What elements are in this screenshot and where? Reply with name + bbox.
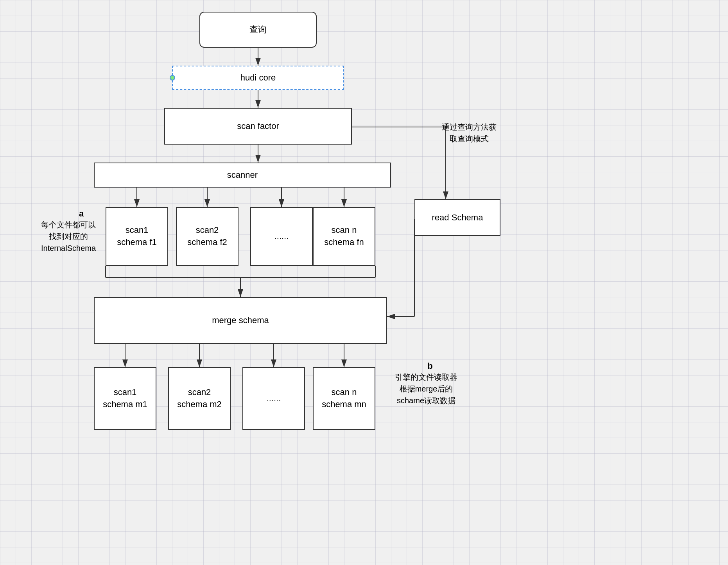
scan2-f-box: scan2 schema f2 (176, 207, 238, 266)
b-desc-text: 引擎的文件读取器 根据merge后的 schame读取数据 (395, 373, 457, 405)
scann-m-label: scan n schema mn (322, 386, 366, 411)
read-schema-label: read Schema (432, 212, 483, 224)
scanner-box: scanner (94, 163, 391, 188)
label-right-desc: 通过查询方法获 取查询模式 (430, 121, 508, 145)
read-schema-box: read Schema (414, 199, 500, 236)
scan2-f-label: scan2 schema f2 (187, 224, 227, 249)
scan1-m-box: scan1 schema m1 (94, 367, 156, 430)
scan-factor-label: scan factor (237, 120, 279, 132)
green-dot-indicator (170, 75, 175, 80)
merge-schema-box: merge schema (94, 297, 387, 344)
dots-m-label: ...... (267, 393, 281, 405)
dots-f-label: ...... (274, 231, 289, 243)
scan-factor-box: scan factor (164, 108, 352, 145)
a-desc-text: 每个文件都可以 找到对应的 InternalSchema (41, 220, 96, 252)
hudi-core-box[interactable]: hudi core (172, 66, 344, 90)
label-a-desc: 每个文件都可以 找到对应的 InternalSchema (31, 219, 106, 254)
b-bold-label: b (427, 361, 432, 371)
scan2-m-box: scan2 schema m2 (168, 367, 231, 430)
merge-schema-label: merge schema (212, 315, 269, 327)
arrows-svg (0, 0, 728, 565)
label-b-desc: 引擎的文件读取器 根据merge后的 schame读取数据 (375, 371, 477, 406)
scann-m-box: scan n schema mn (313, 367, 375, 430)
scan2-m-label: scan2 schema m2 (177, 386, 222, 411)
scann-f-box: scan n schema fn (313, 207, 375, 266)
scann-f-label: scan n schema fn (324, 224, 364, 249)
scan1-f-label: scan1 schema f1 (117, 224, 157, 249)
query-box: 查询 (199, 12, 317, 48)
a-bold-label: a (79, 209, 84, 218)
scan1-f-box: scan1 schema f1 (106, 207, 168, 266)
scan1-m-label: scan1 schema m1 (103, 386, 147, 411)
hudi-core-label: hudi core (240, 72, 276, 84)
label-b: b (391, 359, 469, 372)
right-desc-text: 通过查询方法获 取查询模式 (442, 123, 497, 143)
query-label: 查询 (249, 24, 267, 36)
scanner-label: scanner (227, 169, 258, 181)
dots-m-box: ...... (242, 367, 305, 430)
label-a: a (58, 207, 105, 220)
dots-f-box: ...... (250, 207, 313, 266)
diagram-container: 查询 hudi core scan factor scanner scan1 s… (0, 0, 728, 565)
